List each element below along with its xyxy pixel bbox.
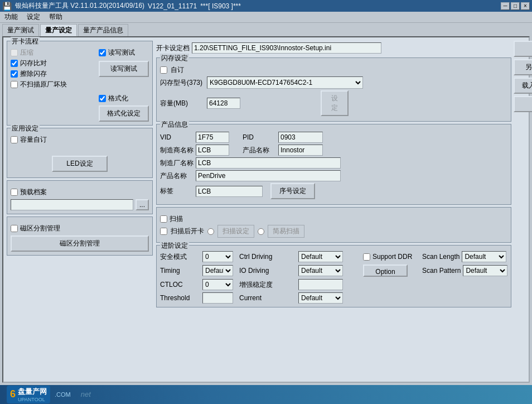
title-bar: 💾 银灿科技量产工具 V2.11.01.20(2014/09/16) V122_… (0, 0, 532, 12)
edit-button[interactable]: 编辑 (514, 96, 532, 112)
serial-set-button[interactable]: 序号设定 (270, 183, 315, 199)
vid-input[interactable] (196, 132, 229, 143)
tab-bar: 量产测试 量产设定 量产产品信息 (0, 23, 532, 36)
flash-compare-checkbox[interactable] (11, 60, 18, 67)
scan-checkbox[interactable] (160, 215, 167, 223)
open-card-section: 开卡流程 压缩 闪存比对 (7, 41, 153, 126)
logo-net: net (81, 390, 91, 398)
menu-function[interactable]: 功能 (2, 12, 20, 22)
led-settings-button[interactable]: LED设定 (52, 156, 108, 172)
menu-settings[interactable]: 设定 (25, 12, 42, 22)
logo-number: 6 (10, 388, 16, 400)
erase-flash-checkbox[interactable] (11, 70, 18, 78)
maximize-button[interactable]: □ (511, 2, 520, 10)
partition-checkbox[interactable] (11, 225, 18, 232)
partition-section: 磁区分割管理 磁区分割管理 (7, 217, 153, 256)
product-name-input[interactable] (278, 145, 323, 156)
tag-input[interactable] (196, 186, 263, 197)
product-info-section: 产品信息 VID PID 制造商名称 产品名称 (156, 124, 511, 205)
safety-mode-select[interactable]: 0 (202, 251, 233, 262)
option-button[interactable]: Option (363, 264, 408, 277)
manufacturer-name-input[interactable] (196, 145, 229, 156)
timing-select[interactable]: Default (202, 265, 233, 276)
logo-domain: .COM (55, 391, 71, 398)
capacity-custom-checkbox[interactable] (11, 136, 18, 143)
right-panel: 开卡设定档 闪存设定 自订 闪存型号(373) K9GBGD8U (156, 41, 511, 378)
preload-section: 预载档案 ... (7, 180, 153, 214)
menu-help[interactable]: 帮助 (47, 12, 65, 22)
rw-test-button[interactable]: 读写测试 (99, 61, 149, 77)
minimize-button[interactable]: ─ (501, 2, 510, 10)
tab-production-settings[interactable]: 量产设定 (40, 24, 77, 36)
product-name2-label: 产品名称 (160, 171, 194, 181)
scan-label: 扫描 (170, 214, 183, 224)
enhance-stability-label: 增强稳定度 (239, 280, 295, 290)
scan-after-open-checkbox[interactable] (160, 228, 167, 235)
app-title: 银灿科技量产工具 V2.11.01.20(2014/09/16) (15, 1, 144, 11)
product-name-label: 产品名称 (243, 146, 276, 155)
threshold-input[interactable] (202, 292, 233, 304)
logo-bar: 6 盘量产网 UPANTOOL .COM net (0, 385, 532, 404)
enhance-stability-input[interactable] (298, 279, 343, 290)
close-button[interactable]: × (521, 2, 530, 10)
preload-checkbox[interactable] (11, 189, 18, 196)
scan-radio-1[interactable] (207, 228, 214, 235)
scan-length-label: Scan Length (422, 253, 460, 261)
partition-management-button[interactable]: 磁区分割管理 (11, 235, 149, 252)
no-scan-bad-checkbox[interactable] (11, 81, 18, 88)
left-panel: 开卡流程 压缩 闪存比对 (7, 41, 153, 378)
vid-label: VID (160, 133, 194, 141)
format-settings-button[interactable]: 格式化设定 (99, 105, 149, 122)
io-driving-select[interactable]: Default (298, 265, 343, 276)
ctloc-select[interactable]: 0 (202, 279, 233, 290)
preload-input[interactable] (11, 199, 133, 210)
scan-settings-button[interactable]: 扫描设定 (217, 225, 254, 238)
ctloc-label: CTLOC (160, 281, 199, 288)
simple-scan-button[interactable]: 简易扫描 (268, 225, 304, 238)
right-action-buttons: 存档 另存新档 载入设定档 编辑 (514, 41, 532, 378)
rw-test-checkbox[interactable] (99, 49, 106, 56)
current-select[interactable]: Default (298, 292, 343, 304)
open-card-file-input[interactable] (192, 42, 381, 54)
tab-production-test[interactable]: 量产测试 (2, 24, 39, 36)
app-icon: 💾 (2, 2, 12, 11)
compress-checkbox[interactable] (11, 49, 18, 56)
flash-settings-section: 闪存设定 自订 闪存型号(373) K9GBGD8U0M-ECD7147654C… (156, 57, 511, 122)
current-label: Current (239, 294, 295, 302)
logo-text: 盘量产网 (18, 387, 47, 397)
capacity-custom-label: 容量自订 (20, 135, 47, 145)
open-card-file-row: 开卡设定档 (156, 42, 511, 54)
menu-bar: 功能 设定 帮助 (0, 12, 532, 23)
flash-custom-checkbox[interactable] (160, 66, 167, 74)
ctrl-driving-label: Ctrl Driving (239, 253, 295, 261)
threshold-label: Threshold (160, 294, 199, 302)
flash-model-select[interactable]: K9GBGD8U0M-ECD7147654C2-1 (207, 76, 363, 89)
rw-test-checkbox-label: 读写测试 (108, 48, 135, 57)
save-button[interactable]: 存档 (514, 41, 532, 57)
load-button[interactable]: 载入设定档 (514, 78, 532, 94)
format-checkbox-label: 格式化 (108, 94, 128, 103)
capacity-set-button[interactable]: 设定 (321, 90, 349, 116)
capacity-input[interactable] (207, 98, 240, 109)
manufacturer-factory-input[interactable] (196, 157, 341, 169)
safety-mode-label: 安全模式 (160, 252, 199, 262)
pid-label: PID (243, 133, 276, 141)
product-name2-input[interactable] (196, 170, 341, 181)
scan-length-select[interactable]: Default (462, 251, 506, 262)
scan-radio-2[interactable] (258, 228, 264, 235)
no-scan-bad-label: 不扫描原厂坏块 (20, 80, 67, 89)
erase-flash-label: 擦除闪存 (20, 69, 47, 79)
tab-production-product-info[interactable]: 量产产品信息 (78, 24, 128, 36)
scan-section: 扫描 扫描后开卡 扫描设定 简易扫描 (156, 207, 511, 243)
browse-button[interactable]: ... (136, 199, 149, 210)
format-checkbox[interactable] (99, 95, 106, 102)
version-info: V122_01_11171 (148, 2, 197, 10)
save-new-button[interactable]: 另存新档 (514, 59, 532, 75)
device-info: ***[ IS903 ]*** (200, 2, 241, 10)
pid-input[interactable] (278, 132, 323, 143)
compress-label: 压缩 (20, 48, 33, 57)
ctrl-driving-select[interactable]: Default (298, 251, 343, 262)
logo-subtext: UPANTOOL (18, 397, 47, 402)
support-ddr-checkbox[interactable] (363, 253, 370, 261)
scan-pattern-select[interactable]: Default (463, 265, 507, 276)
